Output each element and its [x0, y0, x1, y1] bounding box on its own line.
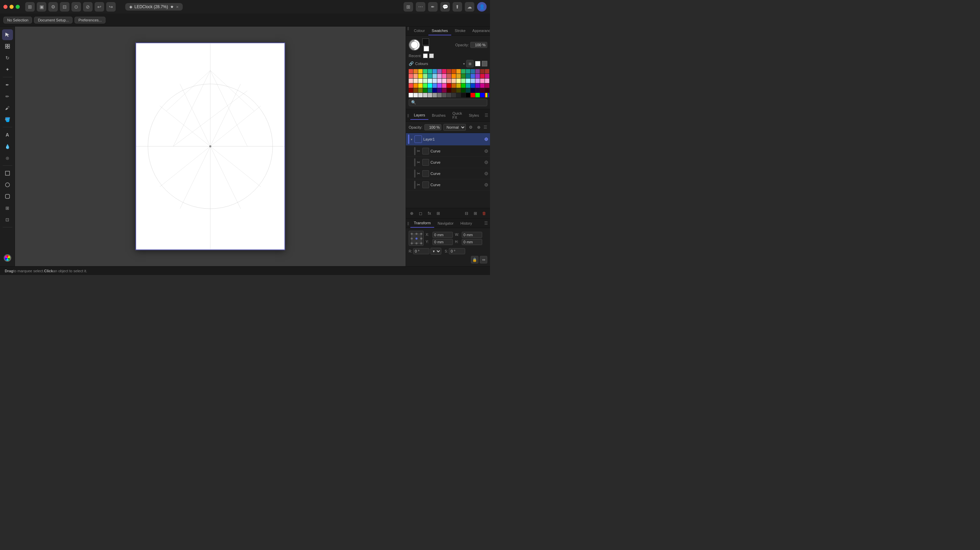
layer-item-curve-4[interactable]: ✂ Curve [406, 179, 490, 191]
pen-titlebar-icon[interactable]: ✒ [428, 2, 438, 11]
color-cell[interactable] [476, 93, 480, 97]
rotate-tool[interactable]: ↻ [2, 53, 13, 63]
layer-item-curve-1[interactable]: ✂ Curve [406, 146, 490, 157]
color-cell[interactable] [466, 93, 470, 97]
color-cell[interactable] [423, 79, 427, 83]
tab-styles[interactable]: Styles [466, 111, 482, 120]
color-cell[interactable] [428, 74, 432, 78]
color-cell[interactable] [414, 69, 418, 73]
undo-icon[interactable]: ↩ [95, 2, 104, 11]
color-cell[interactable] [471, 88, 475, 92]
color-cell[interactable] [423, 74, 427, 78]
user-avatar[interactable]: 👤 [477, 2, 487, 11]
color-cell[interactable] [452, 79, 456, 83]
color-cell[interactable] [418, 88, 423, 92]
cloud-icon[interactable]: ☁ [465, 2, 474, 11]
color-cell[interactable] [461, 88, 466, 92]
rounded-rect-tool[interactable] [2, 191, 13, 202]
w-input[interactable] [462, 232, 482, 238]
color-cell[interactable] [423, 88, 427, 92]
transform-flip-h-icon[interactable]: ⇔ [480, 256, 487, 263]
color-cell[interactable] [447, 83, 451, 88]
layer-item-layer1[interactable]: ▾ Layer1 [406, 133, 490, 146]
color-cell[interactable] [456, 88, 461, 92]
color-cell[interactable] [466, 88, 470, 92]
fill-tool[interactable]: 🪣 [2, 114, 13, 125]
color-cell-rainbow[interactable] [485, 93, 489, 97]
color-cell[interactable] [452, 69, 456, 73]
color-cell[interactable] [433, 88, 437, 92]
transform-menu-icon[interactable]: ☰ [482, 220, 490, 227]
tab-layers[interactable]: Layers [410, 111, 428, 120]
color-cell[interactable] [418, 74, 423, 78]
ellipse-tool[interactable] [2, 179, 13, 190]
color-cell[interactable] [428, 79, 432, 83]
color-cell[interactable] [442, 88, 447, 92]
tab-quick-fx[interactable]: Quick FX [449, 109, 466, 121]
layers-opacity-input[interactable] [424, 124, 441, 130]
layer-delete-icon[interactable]: 🗑 [480, 210, 488, 217]
panel-collapse-icon[interactable]: || [406, 27, 410, 35]
color-cell[interactable] [433, 74, 437, 78]
color-cell[interactable] [480, 69, 485, 73]
color-cell[interactable] [452, 74, 456, 78]
color-cell[interactable] [485, 79, 489, 83]
color-cell[interactable] [471, 74, 475, 78]
color-cell[interactable] [461, 69, 466, 73]
color-cell[interactable] [418, 69, 423, 73]
colours-dropdown-icon[interactable]: ▾ [463, 62, 465, 66]
more-tools-icon[interactable]: ⋯ [416, 2, 425, 11]
transform-collapse[interactable]: || [406, 222, 410, 225]
color-cell[interactable] [409, 74, 413, 78]
color-cell[interactable] [452, 88, 456, 92]
color-cell[interactable] [485, 74, 489, 78]
color-cell[interactable] [423, 83, 427, 88]
color-cell[interactable] [447, 69, 451, 73]
layer-item-curve-2[interactable]: ✂ Curve [406, 157, 490, 168]
color-cell[interactable] [471, 69, 475, 73]
color-cell[interactable] [461, 93, 466, 97]
color-wheel-tool[interactable] [2, 252, 13, 263]
color-cell[interactable] [447, 79, 451, 83]
chat-icon[interactable]: 💬 [440, 2, 450, 11]
color-cell[interactable] [476, 74, 480, 78]
recent-swatch-white[interactable] [423, 53, 428, 58]
color-cell[interactable] [442, 74, 447, 78]
color-cell[interactable] [414, 74, 418, 78]
pencil-tool[interactable]: ✏ [2, 91, 13, 102]
color-cell[interactable] [409, 88, 413, 92]
minimize-button[interactable] [10, 5, 14, 9]
color-cell[interactable] [414, 93, 418, 97]
color-cell[interactable] [433, 69, 437, 73]
color-cell[interactable] [480, 93, 485, 97]
color-cell[interactable] [437, 88, 442, 92]
color-cell[interactable] [409, 69, 413, 73]
color-cell[interactable] [418, 79, 423, 83]
tab-navigator[interactable]: Navigator [434, 219, 457, 227]
color-cell[interactable] [409, 93, 413, 97]
curve-visibility-2[interactable] [485, 161, 488, 164]
color-cell[interactable] [442, 79, 447, 83]
type-tool[interactable]: A [2, 129, 13, 140]
document-tab[interactable]: ◈ LEDClock (28.7%) ★ ✕ [125, 3, 183, 11]
color-cell[interactable] [447, 93, 451, 97]
layers-panel-menu[interactable]: ☰ [484, 125, 487, 130]
color-cell[interactable] [437, 83, 442, 88]
color-cell[interactable] [476, 88, 480, 92]
dropper-tool[interactable]: 💧 [2, 141, 13, 152]
color-cell[interactable] [428, 69, 432, 73]
layers-panel-collapse[interactable]: || [406, 114, 410, 117]
monitor-icon[interactable]: ▣ [37, 2, 46, 11]
tab-transform[interactable]: Transform [410, 219, 434, 228]
color-cell[interactable] [442, 83, 447, 88]
layer-fx-icon[interactable]: fx [426, 210, 433, 217]
color-cell[interactable] [423, 93, 427, 97]
layer-add-group-icon[interactable]: ⊕ [408, 210, 415, 217]
select-tool[interactable] [2, 29, 13, 40]
color-cell[interactable] [485, 83, 489, 88]
color-cell[interactable] [433, 93, 437, 97]
color-cell[interactable] [466, 74, 470, 78]
no-selection-btn[interactable]: No Selection [3, 17, 32, 24]
color-cell[interactable] [409, 83, 413, 88]
color-cell[interactable] [476, 83, 480, 88]
